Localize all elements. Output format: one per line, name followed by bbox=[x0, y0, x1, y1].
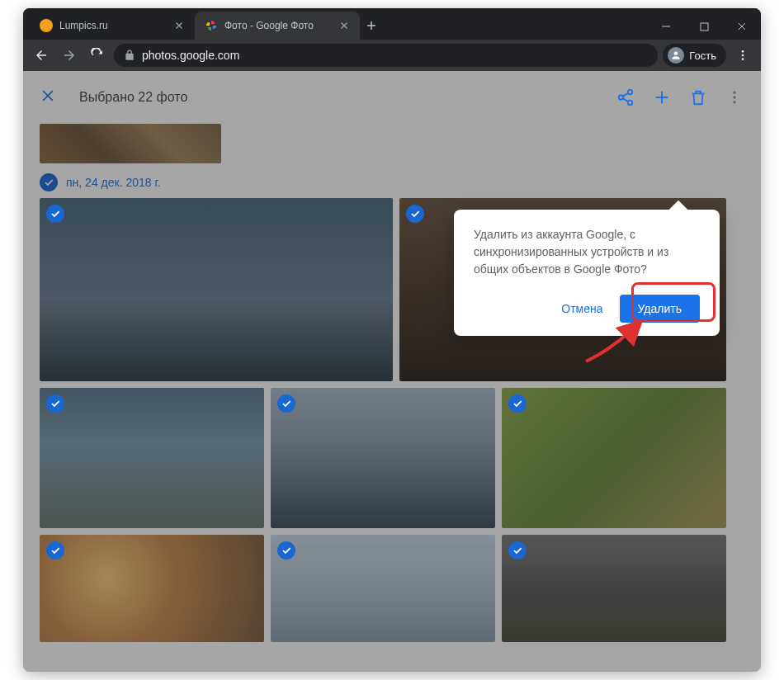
photo-thumbnail[interactable] bbox=[271, 388, 495, 528]
date-label: пн, 24 дек. 2018 г. bbox=[66, 176, 161, 189]
tab-title: Фото - Google Фото bbox=[224, 20, 332, 31]
url-text: photos.google.com bbox=[142, 49, 239, 62]
photo-thumbnail[interactable] bbox=[40, 388, 264, 528]
cancel-button[interactable]: Отмена bbox=[551, 295, 612, 322]
window-controls bbox=[647, 13, 761, 40]
address-bar: photos.google.com Гость bbox=[23, 40, 761, 71]
photo-thumbnail[interactable] bbox=[40, 198, 393, 381]
svg-point-2 bbox=[742, 54, 744, 57]
svg-point-6 bbox=[628, 101, 633, 106]
photo-grid: пн, 24 дек. 2018 г. bbox=[23, 124, 761, 642]
new-tab-button[interactable] bbox=[360, 12, 383, 40]
check-icon bbox=[406, 205, 424, 223]
minimize-button[interactable] bbox=[647, 13, 685, 40]
selection-header: Выбрано 22 фото bbox=[23, 71, 761, 124]
check-icon bbox=[508, 394, 527, 413]
deselect-button[interactable] bbox=[40, 87, 59, 107]
delete-confirm-dialog: Удалить из аккаунта Google, с синхронизи… bbox=[454, 210, 720, 336]
reload-button[interactable] bbox=[86, 44, 109, 67]
svg-rect-0 bbox=[701, 23, 708, 31]
dialog-message: Удалить из аккаунта Google, с синхронизи… bbox=[474, 226, 700, 278]
check-icon bbox=[277, 394, 295, 413]
photo-thumbnail[interactable] bbox=[40, 535, 264, 642]
close-icon[interactable] bbox=[338, 20, 350, 31]
svg-point-5 bbox=[619, 95, 624, 100]
trash-button[interactable] bbox=[688, 87, 708, 107]
browser-window: Lumpics.ru Фото - Google Фото bbox=[23, 8, 761, 672]
check-icon bbox=[508, 541, 527, 560]
tab-title: Lumpics.ru bbox=[59, 20, 167, 31]
close-icon[interactable] bbox=[173, 20, 185, 31]
date-header[interactable]: пн, 24 дек. 2018 г. bbox=[40, 173, 744, 191]
url-input[interactable]: photos.google.com bbox=[114, 44, 658, 67]
lock-icon bbox=[124, 50, 135, 61]
photo-thumbnail[interactable] bbox=[502, 388, 726, 528]
selection-title: Выбрано 22 фото bbox=[79, 90, 596, 105]
check-icon bbox=[40, 173, 58, 191]
avatar-icon bbox=[668, 47, 684, 64]
favicon-icon bbox=[40, 19, 53, 32]
svg-point-4 bbox=[628, 90, 633, 95]
photo-thumbnail[interactable] bbox=[271, 535, 495, 642]
close-window-button[interactable] bbox=[723, 13, 761, 40]
photo-thumbnail[interactable] bbox=[40, 124, 221, 163]
browser-menu-button[interactable] bbox=[731, 44, 754, 67]
check-icon bbox=[277, 541, 295, 560]
delete-button[interactable]: Удалить bbox=[620, 295, 700, 323]
titlebar: Lumpics.ru Фото - Google Фото bbox=[23, 8, 761, 40]
svg-point-7 bbox=[733, 92, 735, 94]
more-button[interactable] bbox=[725, 87, 744, 107]
svg-point-3 bbox=[742, 58, 744, 60]
favicon-icon bbox=[205, 19, 218, 32]
svg-point-9 bbox=[733, 101, 735, 103]
tab-lumpics[interactable]: Lumpics.ru bbox=[30, 12, 195, 40]
svg-point-8 bbox=[733, 96, 735, 98]
check-icon bbox=[46, 541, 64, 560]
tab-strip: Lumpics.ru Фото - Google Фото bbox=[23, 12, 647, 40]
photo-thumbnail[interactable] bbox=[502, 535, 726, 642]
forward-button[interactable] bbox=[58, 44, 81, 67]
back-button[interactable] bbox=[30, 44, 53, 67]
check-icon bbox=[46, 205, 64, 223]
content-area: Выбрано 22 фото пн, 24 дек. 2018 г. bbox=[23, 71, 761, 672]
svg-point-1 bbox=[742, 50, 744, 53]
profile-label: Гость bbox=[689, 50, 716, 62]
check-icon bbox=[46, 394, 64, 413]
selection-actions bbox=[616, 87, 744, 107]
dialog-actions: Отмена Удалить bbox=[474, 295, 700, 323]
google-photos-page: Выбрано 22 фото пн, 24 дек. 2018 г. bbox=[23, 71, 761, 672]
share-button[interactable] bbox=[616, 87, 635, 107]
profile-button[interactable]: Гость bbox=[663, 44, 726, 67]
tab-google-photos[interactable]: Фото - Google Фото bbox=[195, 12, 360, 40]
add-button[interactable] bbox=[652, 87, 672, 107]
maximize-button[interactable] bbox=[685, 13, 723, 40]
